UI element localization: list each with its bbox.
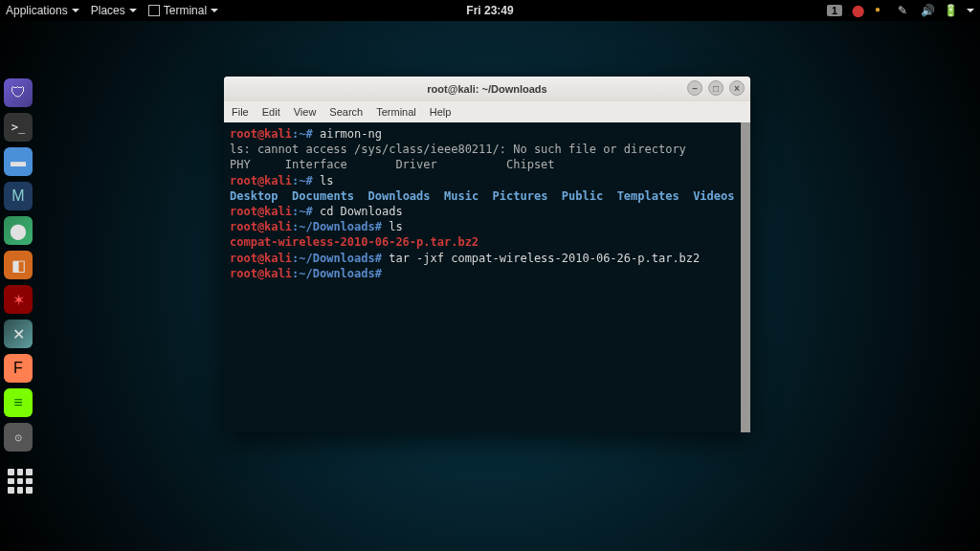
dock-files[interactable]: ▬: [4, 147, 33, 176]
terminal-app-menu[interactable]: Terminal: [148, 4, 218, 17]
show-applications-button[interactable]: [8, 469, 33, 494]
dock-app-6[interactable]: ◧: [4, 251, 33, 279]
chevron-down-icon: [72, 9, 79, 12]
terminal-line: root@kali:~/Downloads# ls: [230, 219, 745, 234]
places-menu[interactable]: Places: [91, 4, 137, 17]
top-panel: Applications Places Terminal Fri 23:49 1…: [0, 0, 980, 21]
system-menu-chevron-icon[interactable]: [967, 9, 974, 12]
volume-icon[interactable]: 🔊: [921, 4, 934, 17]
terminal-line: root@kali:~# ls: [230, 173, 745, 188]
terminal-line: PHY Interface Driver Chipset: [230, 157, 745, 172]
dock-app-8[interactable]: ✕: [4, 320, 33, 348]
terminal-window: root@kali: ~/Downloads – □ × File Edit V…: [224, 77, 750, 432]
window-title: root@kali: ~/Downloads: [427, 83, 546, 95]
terminal-line: root@kali:~# cd Downloads: [230, 204, 745, 219]
menu-search[interactable]: Search: [329, 106, 363, 118]
terminal-icon: [148, 5, 160, 16]
status-dot-icon[interactable]: ●: [875, 4, 888, 17]
dock: 🛡 >_ ▬ M ⬤ ◧ ✶ ✕ F ≡ ⊙: [4, 78, 36, 452]
dock-app-7[interactable]: ✶: [4, 285, 33, 314]
applications-menu[interactable]: Applications: [6, 4, 79, 17]
terminal-app-label: Terminal: [164, 4, 207, 17]
chevron-down-icon: [129, 9, 137, 12]
close-button[interactable]: ×: [729, 80, 745, 96]
dock-app-5[interactable]: ⬤: [4, 216, 33, 245]
menu-terminal[interactable]: Terminal: [376, 106, 416, 118]
clock[interactable]: Fri 23:49: [466, 4, 513, 17]
minimize-button[interactable]: –: [687, 80, 702, 96]
menu-view[interactable]: View: [294, 106, 317, 118]
dock-app-9[interactable]: F: [4, 354, 33, 383]
chevron-down-icon: [211, 9, 218, 12]
dock-app-1[interactable]: 🛡: [4, 78, 33, 107]
terminal-scrollbar[interactable]: [741, 122, 750, 432]
terminal-line: root@kali:~/Downloads# tar -jxf compat-w…: [230, 251, 745, 266]
battery-icon[interactable]: 🔋: [944, 4, 957, 17]
recording-icon[interactable]: ⬤: [852, 4, 865, 17]
terminal-line: compat-wireless-2010-06-26-p.tar.bz2: [230, 234, 745, 250]
dock-app-11[interactable]: ⊙: [4, 423, 33, 452]
menu-edit[interactable]: Edit: [262, 106, 280, 118]
terminal-line: ls: cannot access /sys/class/ieee80211/:…: [230, 142, 745, 157]
workspace-indicator[interactable]: 1: [827, 5, 842, 16]
terminal-line: root@kali:~/Downloads#: [230, 266, 745, 281]
terminal-line: Desktop Documents Downloads Music Pictur…: [230, 188, 745, 204]
menu-help[interactable]: Help: [430, 106, 452, 118]
terminal-menubar: File Edit View Search Terminal Help: [224, 101, 750, 122]
window-titlebar[interactable]: root@kali: ~/Downloads – □ ×: [224, 77, 750, 101]
maximize-button[interactable]: □: [708, 80, 724, 96]
dock-app-10[interactable]: ≡: [4, 388, 33, 417]
terminal-body[interactable]: root@kali:~# airmon-ng ls: cannot access…: [224, 122, 750, 432]
color-picker-icon[interactable]: ✎: [898, 4, 911, 17]
dock-terminal[interactable]: >_: [4, 113, 33, 142]
applications-label: Applications: [6, 4, 68, 17]
terminal-line: root@kali:~# airmon-ng: [230, 126, 745, 142]
places-label: Places: [91, 4, 125, 17]
menu-file[interactable]: File: [232, 106, 249, 118]
scrollbar-thumb[interactable]: [741, 122, 750, 432]
dock-metasploit[interactable]: M: [4, 182, 33, 210]
